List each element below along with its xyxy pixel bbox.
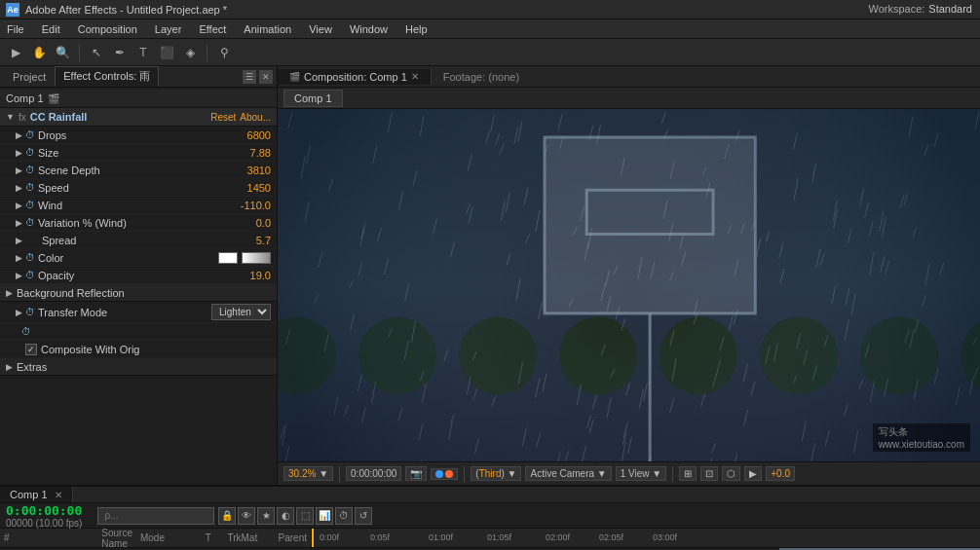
ec-value-scene-depth[interactable]: 3810 xyxy=(247,165,271,176)
vc-view-count[interactable]: 1 View ▼ xyxy=(616,466,667,481)
ec-reset-btn[interactable]: Reset xyxy=(210,112,236,123)
comp-label-row: Comp 1 xyxy=(278,88,980,109)
ec-value-speed[interactable]: 1450 xyxy=(247,182,271,194)
vc-mask-btn[interactable]: ⬡ xyxy=(722,466,740,481)
ec-value-wind[interactable]: -110.0 xyxy=(241,200,271,211)
vc-timecode[interactable]: 0:00:00:00 xyxy=(346,466,401,481)
vc-camera-icon[interactable]: 📷 xyxy=(405,466,427,481)
vc-grid-btn[interactable]: ⊞ xyxy=(679,466,697,481)
ec-value-variation[interactable]: 0.0 xyxy=(256,217,271,229)
toolbar-zoom[interactable]: 🔍 xyxy=(53,43,72,62)
ec-section-extras[interactable]: ▶ Extras xyxy=(0,358,277,376)
ec-effect-name: CC Rainfall xyxy=(30,111,210,123)
tl-btn-solo[interactable]: ★ xyxy=(257,507,275,525)
ec-arrow-color[interactable]: ▶ xyxy=(16,253,25,263)
tl-btn-clock[interactable]: ⏱ xyxy=(335,507,353,525)
tl-btn-refresh[interactable]: ↺ xyxy=(355,507,372,525)
tl-search-input[interactable] xyxy=(97,507,214,525)
vc-zoom[interactable]: 30.2% ▼ xyxy=(283,466,333,481)
tab-footage-none[interactable]: Footage: (none) xyxy=(432,69,531,85)
ec-about-btn[interactable]: Abou... xyxy=(240,112,271,123)
right-panel: 🎬 Composition: Comp 1 ✕ Footage: (none) … xyxy=(278,66,980,485)
panel-menu-btn[interactable]: ☰ xyxy=(243,70,256,84)
composition-viewer[interactable]: 写头条www.xietoutiao.com xyxy=(278,109,980,461)
ec-section-arrow-extras[interactable]: ▶ xyxy=(6,362,13,372)
toolbar-pen[interactable]: ✒ xyxy=(110,43,130,62)
ec-arrow-scene-depth[interactable]: ▶ xyxy=(16,165,25,175)
ec-value-drops[interactable]: 6800 xyxy=(247,129,271,141)
tl-btn-frame-blend[interactable]: ⬚ xyxy=(296,507,314,525)
tl-timecode[interactable]: 0:00:00:00 xyxy=(6,503,82,518)
ec-color-swatch[interactable] xyxy=(218,252,238,264)
vc-safe-btn[interactable]: ⊡ xyxy=(700,466,718,481)
menu-window[interactable]: Window xyxy=(347,22,391,36)
ec-color-gradient[interactable] xyxy=(242,252,271,264)
toolbar-new[interactable]: ▶ xyxy=(6,43,25,62)
col-source-name: Source Name xyxy=(101,529,132,549)
timeline-area: Comp 1 ✕ 0:00:00:00 00000 (10.00 fps) 🔒 … xyxy=(0,485,980,550)
tl-tab-close[interactable]: ✕ xyxy=(55,490,62,500)
vc-color-dots[interactable] xyxy=(431,468,458,480)
ec-arrow-drops[interactable]: ▶ xyxy=(16,130,25,140)
ec-arrow-spread[interactable]: ▶ xyxy=(16,236,25,245)
tl-btn-hide[interactable]: 👁 xyxy=(238,507,255,525)
menu-help[interactable]: Help xyxy=(402,22,431,36)
menu-composition[interactable]: Composition xyxy=(75,22,140,36)
toolbar-text[interactable]: T xyxy=(133,43,153,62)
toolbar-brush[interactable]: ⬛ xyxy=(157,43,176,62)
panel-close-btn[interactable]: ✕ xyxy=(259,70,273,84)
menu-layer[interactable]: Layer xyxy=(152,22,185,36)
ec-param-scene-depth: ▶ ⏱ Scene Depth 3810 xyxy=(0,162,277,179)
comp-label-tab[interactable]: Comp 1 xyxy=(283,90,343,107)
ec-value-size[interactable]: 7.88 xyxy=(250,147,271,159)
app-icon: Ae xyxy=(6,3,19,17)
ec-effect-arrow[interactable]: ▼ xyxy=(6,112,15,122)
vc-render-btn[interactable]: ▶ xyxy=(744,466,762,481)
toolbar-stamp[interactable]: ◈ xyxy=(180,43,200,62)
ec-param-wind: ▶ ⏱ Wind -110.0 xyxy=(0,197,277,214)
ec-arrow-variation[interactable]: ▶ xyxy=(16,218,25,228)
ec-section-arrow-bg[interactable]: ▶ xyxy=(6,288,13,298)
ec-param-speed: ▶ ⏱ Speed 1450 xyxy=(0,179,277,197)
menu-view[interactable]: View xyxy=(306,22,335,36)
tl-btn-motion-blur[interactable]: ◐ xyxy=(277,507,294,525)
ec-arrow-transfer[interactable]: ▶ xyxy=(16,308,25,317)
toolbar-select[interactable]: ↖ xyxy=(87,43,106,62)
ec-value-opacity[interactable]: 19.0 xyxy=(250,270,271,281)
timeline-content: # Source Name Mode T TrkMat Parent 1 ● 🔒… xyxy=(0,529,980,550)
tl-fps: 00000 (10.00 fps) xyxy=(6,518,82,529)
tl-tab-comp1[interactable]: Comp 1 ✕ xyxy=(0,487,73,502)
toolbar: ▶ ✋ 🔍 ↖ ✒ T ⬛ ◈ ⚲ xyxy=(0,39,980,66)
ec-arrow-size[interactable]: ▶ xyxy=(16,148,25,158)
ec-param-transfer-mode: ▶ ⏱ Transfer Mode Lighten Normal Screen xyxy=(0,302,277,323)
toolbar-puppet[interactable]: ⚲ xyxy=(214,43,234,62)
vc-view-preset[interactable]: (Third) ▼ xyxy=(471,466,521,481)
menu-effect[interactable]: Effect xyxy=(196,22,229,36)
comp-canvas xyxy=(278,109,980,461)
menu-file[interactable]: File xyxy=(4,22,27,36)
toolbar-hand[interactable]: ✋ xyxy=(29,43,49,62)
tab-effect-controls[interactable]: Effect Controls: 雨 xyxy=(55,66,159,87)
tab-composition-comp1[interactable]: 🎬 Composition: Comp 1 ✕ xyxy=(278,69,432,85)
ec-arrow-opacity[interactable]: ▶ xyxy=(16,271,25,280)
ec-section-bg-reflection[interactable]: ▶ Background Reflection xyxy=(0,284,277,302)
main-layout: Project Effect Controls: 雨 ☰ ✕ Comp 1 🎬 … xyxy=(0,66,980,485)
menu-animation[interactable]: Animation xyxy=(241,22,294,36)
tl-playhead[interactable] xyxy=(312,529,314,547)
toolbar-separator-2 xyxy=(207,44,207,61)
title-bar: Ae Adobe After Effects - Untitled Projec… xyxy=(0,0,980,19)
ec-checkbox-composite[interactable]: ✓ xyxy=(25,344,37,355)
menu-edit[interactable]: Edit xyxy=(39,22,63,36)
left-panel-tabs: Project Effect Controls: 雨 ☰ ✕ xyxy=(0,66,277,88)
ec-arrow-speed[interactable]: ▶ xyxy=(16,183,25,193)
vc-camera-select[interactable]: Active Camera ▼ xyxy=(525,466,611,481)
tl-btn-lock[interactable]: 🔒 xyxy=(218,507,236,525)
tl-layers: # Source Name Mode T TrkMat Parent 1 ● 🔒… xyxy=(0,529,312,550)
tab-project[interactable]: Project xyxy=(4,68,55,86)
app-title: Adobe After Effects - Untitled Project.a… xyxy=(25,4,227,16)
ec-dropdown-transfer[interactable]: Lighten Normal Screen xyxy=(211,304,271,320)
tl-btn-graph[interactable]: 📊 xyxy=(316,507,333,525)
comp-tab-close[interactable]: ✕ xyxy=(411,71,419,82)
ec-arrow-wind[interactable]: ▶ xyxy=(16,201,25,210)
ec-value-spread[interactable]: 5.7 xyxy=(256,235,271,246)
